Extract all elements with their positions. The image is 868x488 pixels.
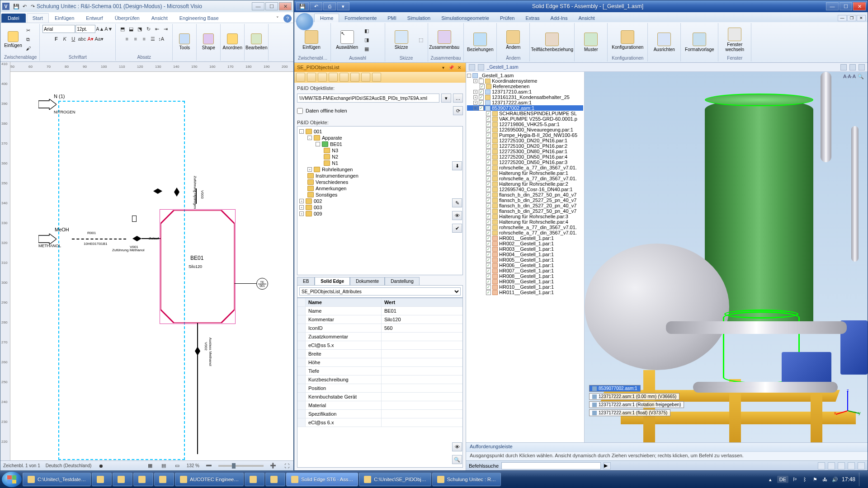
align-center-icon[interactable]: ≡ [132, 35, 140, 43]
qat-save-icon[interactable]: 💾 [296, 2, 309, 10]
paste-button[interactable]: Einfügen [4, 27, 22, 52]
minimize-button[interactable]: — [252, 2, 264, 10]
tree-node[interactable]: Instrumentierungen [299, 173, 461, 179]
ribbon-tab-ansicht[interactable]: Ansicht [146, 13, 174, 23]
valve-v001[interactable] [132, 236, 142, 241]
se-select-button[interactable]: ↖Auswählen [334, 30, 361, 50]
ribbon-tab-engineering base[interactable]: Engineering Base [174, 13, 225, 23]
se-sel-opt2-icon[interactable]: ◨ [363, 36, 371, 44]
cmd-opt5-icon[interactable] [858, 462, 865, 469]
prop-tab-eb[interactable]: EB [297, 277, 315, 285]
ribbon-tab-start[interactable]: Start [27, 13, 49, 23]
view-style-icon[interactable]: A·A·A [843, 74, 856, 80]
se-maximize-button[interactable]: ☐ [840, 2, 852, 10]
view-zoom-icon[interactable]: 🔍 [858, 74, 864, 80]
asm-tree-row[interactable]: rohrschelle_a_77_din_3567_v7.01. [467, 176, 583, 181]
dock-path-input[interactable] [297, 94, 439, 103]
tree-node[interactable]: BE01 [299, 141, 461, 147]
dock-dropdown-icon[interactable]: ▾ [439, 64, 447, 70]
se-sel-opt1-icon[interactable]: ◧ [363, 27, 371, 35]
tree-node[interactable]: -Apparate [299, 135, 461, 141]
prop-row[interactable]: Material [297, 401, 462, 410]
asm-tree-row[interactable]: Halterung für Rohrschelle.par:2 [467, 181, 583, 187]
tray-action-icon[interactable]: ⚑ [812, 476, 818, 483]
asm-tree-row[interactable]: VAK.PUMPE V255-GRD-60.0001.p [467, 116, 583, 122]
view-wide-icon[interactable]: ▭ [173, 462, 181, 470]
se-tab-simulation[interactable]: Simulation [402, 14, 436, 22]
asm-tree-row[interactable]: flansch_b_din_2527_20_pn_40_v7 [467, 203, 583, 208]
asm-tree-row[interactable]: rohrschelle_a_77_din_3567_v7.01. [467, 230, 583, 235]
overlay-chip[interactable]: 8539077002.asm:1 [589, 385, 641, 392]
asm-tree-row[interactable]: HR002__Gestell_1.par:1 [467, 241, 583, 246]
dock-tbtn-8[interactable] [372, 73, 381, 82]
se-tab-prüfen[interactable]: Prüfen [495, 14, 520, 22]
tray-volume-icon[interactable]: 🔊 [832, 476, 838, 483]
dock-offline-checkbox[interactable] [297, 108, 303, 114]
help-icon[interactable]: ? [283, 14, 292, 23]
tools-button[interactable]: Tools [175, 29, 193, 55]
overlay-chip[interactable]: 123717222.asm:1 (0.00 mm) (V36665) [589, 393, 679, 400]
overlay-chip[interactable]: 123717222.asm:1 (Rotation freigegeben) [589, 401, 684, 408]
asm-tree-row[interactable]: rohrschelle_a_77_din_3567_v7.01. [467, 225, 583, 230]
dock-title[interactable]: SE_PIDObjectsList ▾ 📌 ✕ [294, 63, 466, 72]
asm-tree-row[interactable]: HR004__Gestell_1.par:1 [467, 252, 583, 257]
se-modify-button[interactable]: Ändern [500, 30, 527, 50]
asm-opt3-icon[interactable] [859, 64, 865, 70]
cmd-search-input[interactable] [501, 462, 601, 469]
se-tab-pmi[interactable]: PMI [382, 14, 402, 22]
visio-canvas[interactable]: 4104003903803703603503403303203103002902… [0, 62, 293, 460]
file-tab[interactable]: Datei [1, 14, 26, 23]
assembly-tree[interactable]: -_Gestell_1.asm+KoordinatensystemeRefere… [466, 72, 585, 442]
dock-path-browse-button[interactable]: … [453, 94, 463, 103]
dock-close-icon[interactable]: ✕ [456, 64, 463, 70]
se-pattern-button[interactable]: Muster [577, 33, 604, 52]
tray-lang[interactable]: DE [777, 476, 788, 483]
dock-pin-icon[interactable]: 📌 [448, 64, 455, 70]
se-minimize-button[interactable]: — [826, 2, 839, 10]
taskbar-item[interactable] [154, 473, 174, 486]
case-icon[interactable]: Aa▾ [95, 35, 103, 43]
tray-bluetooth-icon[interactable]: ᛒ [802, 476, 808, 483]
se-sketch-button[interactable]: Skizze [388, 30, 415, 50]
asm-tree-row[interactable]: -_Gestell_1.asm [467, 73, 583, 78]
asm-tree-row[interactable]: 122695000_Niveauregeung.par:1 [467, 127, 583, 132]
asm-opt1-icon[interactable] [840, 64, 847, 70]
taskbar-item[interactable] [265, 473, 285, 486]
se-tab-home[interactable]: Home [314, 14, 339, 22]
tree-node[interactable]: N1 [299, 160, 461, 166]
dock-path-dropdown-icon[interactable]: ▾ [441, 94, 451, 103]
orientation-icon[interactable]: ↻ [144, 25, 152, 33]
prop-row[interactable]: Kurzbeschreibung [297, 375, 462, 384]
visio-titlebar[interactable]: V 💾 ↶ ↷ Schulung Unitec : R&I-Schema 001… [0, 0, 293, 12]
taskbar-item[interactable]: Schulung Unitec : R… [432, 473, 501, 486]
dock-prop-grid[interactable]: NameWertNameBE01KommentarSilo120IconID56… [297, 298, 463, 468]
se-tab-simulationsgeometrie[interactable]: Simulationsgeometrie [436, 14, 495, 22]
asm-tree-row[interactable]: 122695740_Cosr-16_DN40.par:1 [467, 187, 583, 192]
se-relations-button[interactable]: Beziehungen [467, 33, 494, 52]
se-sketch-opt-icon[interactable]: ⬚ [417, 36, 425, 44]
prop-row[interactable]: IconID560 [297, 324, 462, 333]
valve-side[interactable] [153, 188, 162, 194]
close-button[interactable]: ✕ [279, 2, 292, 10]
format-painter-icon[interactable]: 🖌 [24, 44, 32, 52]
prop-row[interactable]: NameBE01 [297, 307, 462, 315]
asm-tree-row[interactable]: Halterung für Rohrschelle.par:3 [467, 214, 583, 219]
asm-tree-row[interactable]: HR010__Gestell_1.par:1 [467, 284, 583, 290]
asm-tree-row[interactable]: HR007__Gestell_1.par:1 [467, 268, 583, 273]
taskbar-item[interactable] [245, 473, 264, 486]
asm-tree-row[interactable]: Halterung für Rohrschelle.par:4 [467, 219, 583, 225]
asm-tree-row[interactable]: Referenzebenen [467, 84, 583, 89]
align-right-icon[interactable]: ≡ [140, 35, 148, 43]
font-name-combo[interactable] [42, 25, 75, 33]
asm-tree-row[interactable]: HR006__Gestell_1.par:1 [467, 263, 583, 268]
taskbar-item[interactable]: AUCOTEC Enginee… [175, 473, 244, 486]
shape-button[interactable]: Shape [199, 29, 217, 55]
dock-download-button[interactable]: ⬇ [452, 161, 462, 170]
record-macro-icon[interactable]: ⏺ [97, 462, 105, 470]
taskbar-item[interactable]: Solid Edge ST6 - Ass… [286, 473, 358, 486]
tray-clock[interactable]: 17:48 [842, 476, 855, 483]
inner-close-icon[interactable]: ✕ [857, 15, 866, 21]
prop-row[interactable]: KommentarSilo120 [297, 315, 462, 324]
se-paste-button[interactable]: Einfügen [298, 30, 325, 50]
prop-row[interactable]: Position [297, 384, 462, 393]
